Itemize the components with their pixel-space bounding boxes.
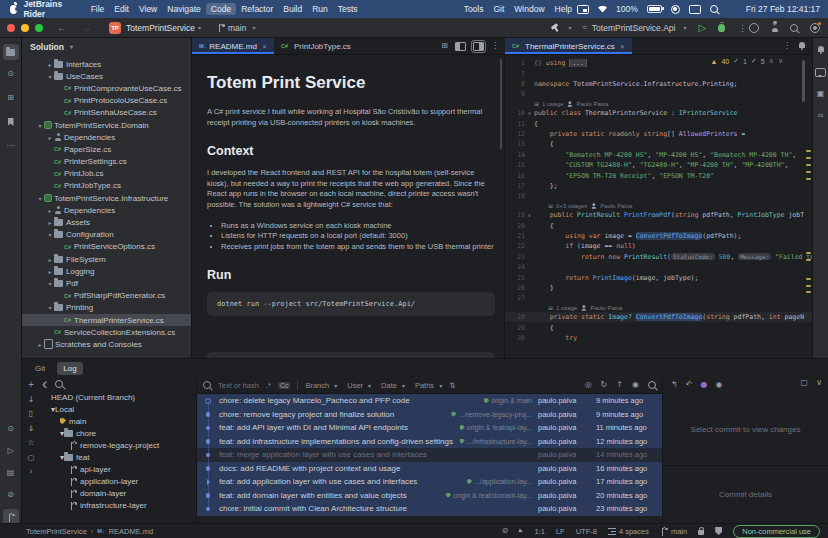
tree-item-configuration[interactable]: ▾Configuration (22, 229, 191, 241)
line-ending[interactable]: LF (556, 527, 565, 536)
project-icon[interactable] (6, 49, 15, 56)
branch-item-local[interactable]: ▾Local (40, 403, 196, 415)
commit-row[interactable]: feat: add infrastructure implementations… (197, 435, 662, 449)
branch-item-head-current-branch-[interactable]: HEAD (Current Branch) (40, 391, 196, 403)
services-icon[interactable]: ▷ (7, 447, 13, 455)
tree-item-printprotocolousecase-cs[interactable]: C#PrintProtocoloUseCase.cs (22, 95, 191, 107)
code-line[interactable]: 20 { (505, 220, 812, 230)
commit-row[interactable]: feat: merge application layer with use c… (197, 448, 662, 462)
menu-edit[interactable]: Edit (109, 3, 134, 15)
branch-item-api-layer[interactable]: api-layer (40, 464, 196, 476)
code-line[interactable]: 23 return new PrintResult(StatusCode: 50… (505, 252, 812, 262)
branch-item-chore[interactable]: ▾chore (40, 427, 196, 439)
terminal-icon[interactable]: ▤ (7, 469, 15, 477)
commit-row[interactable]: chore: delete legacy Marcelo_Pacheco and… (197, 394, 662, 408)
back-icon[interactable]: ← (57, 22, 67, 33)
branch-search-icon[interactable] (55, 380, 63, 388)
maximize-icon[interactable]: ▢ (801, 379, 809, 387)
project-selector[interactable]: TotemPrintService (126, 23, 195, 33)
tree-item-papersize-cs[interactable]: C#PaperSize.cs (22, 143, 191, 155)
code-line[interactable]: 30 try (505, 333, 812, 343)
run-button[interactable]: ▷ (698, 22, 706, 33)
menu-help[interactable]: Help (550, 3, 577, 15)
ai-assistant-icon[interactable] (815, 68, 826, 77)
search-everywhere-icon[interactable] (790, 24, 798, 32)
filter-user[interactable]: User▾ (347, 381, 371, 390)
tree-item-pdfsharppdfgenerator-cs[interactable]: C#PdfSharpPdfGenerator.cs (22, 290, 191, 302)
hide-icon[interactable]: ∨ (816, 379, 822, 387)
menu-code[interactable]: Code (206, 3, 236, 15)
match-case-toggle[interactable]: Cc (278, 382, 291, 389)
preview-split-icon[interactable] (473, 42, 484, 51)
tree-item-scratches-and-consoles[interactable]: ▸Scratches and Consoles (22, 338, 191, 350)
filter-date[interactable]: Date▾ (381, 381, 405, 390)
tree-item-usecases[interactable]: ▾UseCases (22, 70, 191, 82)
code-line[interactable]: 18 (505, 191, 812, 201)
commit-search-input[interactable]: Text or hash (218, 381, 259, 390)
filter-branch[interactable]: Branch▾ (305, 381, 337, 390)
tree-item-totemprintservice-domain[interactable]: ▾TotemPrintService.Domain (22, 119, 191, 131)
app-menu[interactable]: JetBrains Rider (23, 0, 81, 19)
profiler-icon[interactable]: ≈ (817, 112, 824, 120)
menu-build[interactable]: Build (278, 3, 307, 15)
code-line[interactable]: 8namespace TotemPrintService.Infrastruct… (505, 79, 812, 89)
maximize-window-button[interactable] (35, 24, 43, 32)
push-icon[interactable]: ↑ (616, 381, 623, 389)
structure-icon[interactable]: ⊞ (7, 94, 14, 102)
commit-icon[interactable]: ⊙ (3, 66, 19, 82)
menu-file[interactable]: File (86, 3, 110, 15)
branch-item-remove-legacy-project[interactable]: remove-legacy-project (40, 439, 196, 451)
prev-problem-icon[interactable]: ∧ (769, 57, 774, 65)
bookmarks-icon[interactable] (3, 114, 19, 130)
tree-item-printjobtype-cs[interactable]: C#PrintJobType.cs (22, 180, 191, 192)
code-line[interactable]: 7 (505, 68, 812, 78)
tree-item-printsenhausecase-cs[interactable]: C#PrintSenhaUseCase.cs (22, 107, 191, 119)
code-line[interactable]: 9 (505, 89, 812, 99)
regex-toggle[interactable]: .* (266, 381, 271, 390)
search-icon[interactable] (203, 381, 211, 389)
rollback-icon[interactable]: ↰ (671, 381, 678, 389)
caret-position[interactable]: 1:1 (534, 527, 544, 536)
git-branch-widget[interactable]: main (660, 527, 687, 536)
tree-item-logging[interactable]: ▸Logging (22, 265, 191, 277)
close-window-button[interactable] (7, 24, 15, 32)
tree-item-interfaces[interactable]: ▸Interfaces (22, 58, 191, 70)
more-icon[interactable]: ⋯ (3, 138, 19, 154)
code-line[interactable]: 24 (505, 262, 812, 272)
commit-icon[interactable]: ⊙ (7, 70, 14, 78)
eye-icon[interactable]: ◉ (632, 381, 639, 389)
more-icon[interactable]: ⋯ (7, 142, 15, 150)
menu-run[interactable]: Run (307, 3, 333, 15)
more-v-icon[interactable]: ⋮ (783, 42, 791, 50)
indent-widget[interactable]: 4 spaces (608, 527, 649, 536)
menu-view[interactable]: View (134, 3, 162, 15)
commit-row[interactable]: feat: add API layer with DI and Minimal … (197, 421, 662, 435)
menu-window[interactable]: Window (509, 3, 549, 15)
tab-readme-md[interactable]: M↓README.md✕ (192, 38, 274, 54)
down-icon[interactable]: ↓ (28, 396, 35, 404)
head-icon[interactable]: ◎ (585, 381, 592, 389)
collapse-icon[interactable]: ‹ (42, 377, 47, 393)
wifi-icon[interactable] (598, 6, 607, 13)
tree-item-printjob-cs[interactable]: C#PrintJob.cs (22, 168, 191, 180)
notifications-icon[interactable] (798, 42, 806, 50)
license-badge[interactable]: Non-commercial use (733, 525, 820, 538)
code-line[interactable]: 28 private static Image? ConvertPdfToIma… (505, 312, 812, 322)
close-icon[interactable]: ✕ (620, 43, 625, 50)
tree-item-thermalprinterservice-cs[interactable]: C#ThermalPrinterService.cs (22, 314, 191, 326)
next-problem-icon[interactable]: ∨ (778, 57, 783, 65)
branch-item-infrastructure-layer[interactable]: infrastructure-layer (40, 500, 196, 512)
inspection-widget[interactable]: ▲ 40 ✓ 1 ✓ 5 ∧ ∨ (707, 57, 786, 65)
circle-icon[interactable]: ○ (28, 454, 35, 462)
code-line[interactable]: 27 (505, 293, 812, 303)
record-icon[interactable]: ● (700, 381, 707, 389)
code-vision-annotation[interactable]: ⊞1 usagePaulo Paiva (505, 100, 812, 109)
code-line[interactable]: 11{ (505, 118, 812, 128)
tree-item-totemprintservice-infrastructure[interactable]: ▾TotemPrintService.Infrastructure (22, 192, 191, 204)
problems-icon[interactable]: ⊘ (7, 491, 14, 499)
code-line[interactable]: 12 private static readonly string[] Allo… (505, 129, 812, 139)
code-line[interactable]: 17 }; (505, 181, 812, 191)
screen-mirroring-icon[interactable] (577, 5, 589, 14)
code-line[interactable]: 29 { (505, 322, 812, 332)
bookmarks-icon[interactable] (8, 118, 14, 126)
